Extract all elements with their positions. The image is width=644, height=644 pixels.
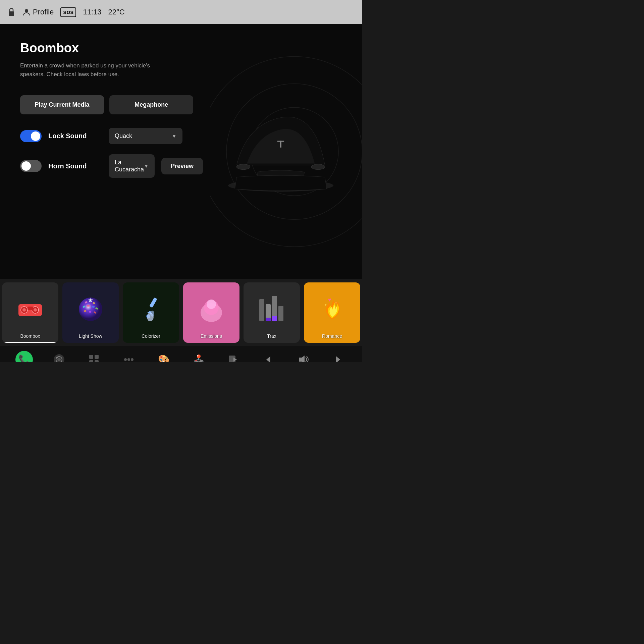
next-icon xyxy=(333,355,343,362)
volume-icon xyxy=(297,354,309,362)
svg-rect-7 xyxy=(280,141,281,148)
tile-romance[interactable]: ♥ ♥ ♥ Romance xyxy=(304,282,360,343)
grid-icon xyxy=(89,354,99,362)
taskbar: 📞 🎨 🕹️ xyxy=(0,346,362,362)
boombox-title: Boombox xyxy=(20,41,193,55)
svg-rect-39 xyxy=(278,306,283,321)
taskbar-grid[interactable] xyxy=(76,346,111,362)
gamepad-icon: 🕹️ xyxy=(193,354,205,363)
romance-tile-icon-area: ♥ ♥ ♥ xyxy=(304,286,360,333)
taskbar-prev[interactable] xyxy=(251,346,286,362)
trax-tile-label: Trax xyxy=(267,333,276,339)
lock-sound-dropdown-value: Quack xyxy=(115,132,132,140)
lightshow-tile-label: Light Show xyxy=(79,333,102,339)
prev-icon xyxy=(264,355,273,362)
svg-point-48 xyxy=(56,357,58,358)
media-icon xyxy=(228,354,239,362)
camera-icon xyxy=(53,354,65,362)
svg-text:♥: ♥ xyxy=(328,297,331,303)
tile-emissions[interactable]: Emissions xyxy=(183,282,239,343)
svg-rect-15 xyxy=(28,307,33,310)
svg-rect-21 xyxy=(87,305,90,307)
mode-buttons-row: Play Current Media Megaphone xyxy=(20,95,193,114)
svg-rect-51 xyxy=(89,360,93,362)
svg-point-8 xyxy=(236,164,250,169)
palette-icon: 🎨 xyxy=(158,354,170,363)
megaphone-button[interactable]: Megaphone xyxy=(109,95,193,114)
svg-marker-60 xyxy=(336,356,340,362)
taskbar-dots[interactable] xyxy=(111,346,146,362)
horn-sound-label: Horn Sound xyxy=(48,162,102,170)
tile-lightshow[interactable]: Light Show xyxy=(62,282,119,343)
boombox-tile-icon-area xyxy=(2,286,58,333)
lightshow-tile-icon-area xyxy=(62,286,119,333)
dots-icon xyxy=(123,354,134,362)
romance-tile-label: Romance xyxy=(322,333,342,339)
taskbar-media[interactable] xyxy=(216,346,251,362)
svg-marker-58 xyxy=(266,356,270,362)
profile-label: Profile xyxy=(33,8,54,16)
svg-point-53 xyxy=(124,358,127,361)
horn-sound-chevron-icon: ▼ xyxy=(144,163,149,169)
preview-button[interactable]: Preview xyxy=(161,158,203,174)
boombox-panel: Boombox Entertain a crowd when parked us… xyxy=(0,24,210,279)
lock-sound-dropdown[interactable]: Quack ▼ xyxy=(109,128,182,144)
sos-label[interactable]: sos xyxy=(60,7,76,17)
lock-icon xyxy=(7,7,16,17)
status-time: 11:13 xyxy=(83,8,101,16)
taskbar-phone[interactable]: 📞 xyxy=(7,346,42,362)
emissions-tile-label: Emissions xyxy=(201,333,222,339)
taskbar-camera[interactable] xyxy=(42,346,76,362)
svg-rect-52 xyxy=(95,360,99,362)
svg-point-32 xyxy=(150,311,154,317)
trax-tile-icon-area xyxy=(244,286,300,333)
svg-rect-49 xyxy=(89,355,93,359)
svg-rect-41 xyxy=(266,318,271,321)
svg-rect-50 xyxy=(95,355,99,359)
lock-sound-knob xyxy=(31,131,40,141)
svg-rect-40 xyxy=(272,316,277,321)
taskbar-next[interactable] xyxy=(321,346,356,362)
phone-icon: 📞 xyxy=(15,351,33,362)
svg-rect-25 xyxy=(89,311,91,313)
colorizer-tile-icon-area xyxy=(123,286,179,333)
tile-colorizer[interactable]: Colorizer xyxy=(123,282,179,343)
lock-sound-chevron-icon: ▼ xyxy=(172,133,176,139)
svg-rect-36 xyxy=(259,299,264,321)
tile-boombox[interactable]: Boombox xyxy=(2,282,58,343)
horn-sound-dropdown-value: La Cucaracha xyxy=(115,159,144,173)
toggle-section: Lock Sound Quack ▼ Horn Sound La Cucarac… xyxy=(20,128,193,178)
svg-text:♥: ♥ xyxy=(325,303,327,307)
taskbar-volume[interactable] xyxy=(286,346,321,362)
emissions-tile-icon-area xyxy=(183,286,239,333)
status-temp: 22°C xyxy=(108,8,124,16)
svg-point-1 xyxy=(25,9,28,12)
horn-sound-row: Horn Sound La Cucaracha ▼ Preview xyxy=(20,154,193,178)
svg-rect-0 xyxy=(9,11,14,16)
svg-rect-28 xyxy=(149,298,157,308)
svg-point-35 xyxy=(207,300,216,309)
app-tiles-row: Boombox xyxy=(0,279,362,346)
status-bar: Profile sos 11:13 22°C xyxy=(0,0,362,24)
horn-sound-dropdown[interactable]: La Cucaracha ▼ xyxy=(109,154,155,178)
horn-sound-toggle[interactable] xyxy=(20,160,42,172)
horn-sound-knob xyxy=(21,161,31,171)
boombox-tile-label: Boombox xyxy=(20,333,40,339)
boombox-description: Entertain a crowd when parked using your… xyxy=(20,61,161,78)
taskbar-gamepad[interactable]: 🕹️ xyxy=(181,346,216,362)
svg-text:♥: ♥ xyxy=(335,301,337,305)
svg-point-12 xyxy=(22,308,26,312)
svg-point-9 xyxy=(311,164,325,169)
taskbar-palette[interactable]: 🎨 xyxy=(146,346,181,362)
play-current-media-button[interactable]: Play Current Media xyxy=(20,95,104,114)
profile-button[interactable]: Profile xyxy=(23,8,54,16)
main-content: Boombox Entertain a crowd when parked us… xyxy=(0,24,362,279)
svg-point-14 xyxy=(34,308,37,312)
tile-trax[interactable]: Trax xyxy=(244,282,300,343)
svg-point-55 xyxy=(131,358,133,361)
lock-sound-toggle[interactable] xyxy=(20,130,42,142)
colorizer-tile-label: Colorizer xyxy=(142,333,160,339)
svg-point-54 xyxy=(127,358,130,361)
boombox-active-indicator xyxy=(2,342,58,343)
lock-sound-label: Lock Sound xyxy=(48,132,102,140)
